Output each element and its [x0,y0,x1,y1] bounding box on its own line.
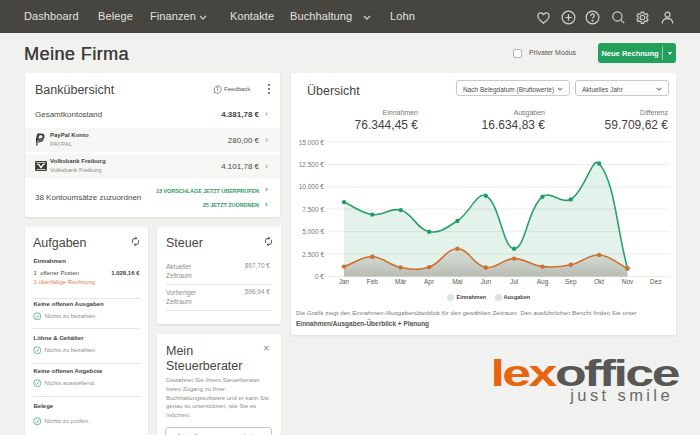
svg-text:0 €: 0 € [315,273,324,280]
svg-text:15.000 €: 15.000 € [299,139,325,146]
svg-text:5.000 €: 5.000 € [302,228,324,235]
svg-text:Mai: Mai [452,278,462,285]
svg-text:Feb: Feb [367,278,379,285]
svg-text:7.500 €: 7.500 € [302,206,324,213]
svg-text:Jan: Jan [339,278,350,285]
svg-text:Mär: Mär [395,278,407,285]
svg-text:12.500 €: 12.500 € [299,161,325,168]
svg-text:Aug: Aug [537,278,549,286]
svg-text:Nov: Nov [622,278,634,285]
svg-text:Jul: Jul [510,278,519,285]
svg-text:Sep: Sep [565,278,577,286]
svg-text:10.000 €: 10.000 € [299,183,325,190]
svg-text:Dez: Dez [650,278,662,285]
svg-text:Jun: Jun [481,278,492,285]
svg-text:Okt: Okt [594,278,604,285]
svg-text:Apr: Apr [424,278,435,286]
svg-text:2.500 €: 2.500 € [302,251,324,258]
